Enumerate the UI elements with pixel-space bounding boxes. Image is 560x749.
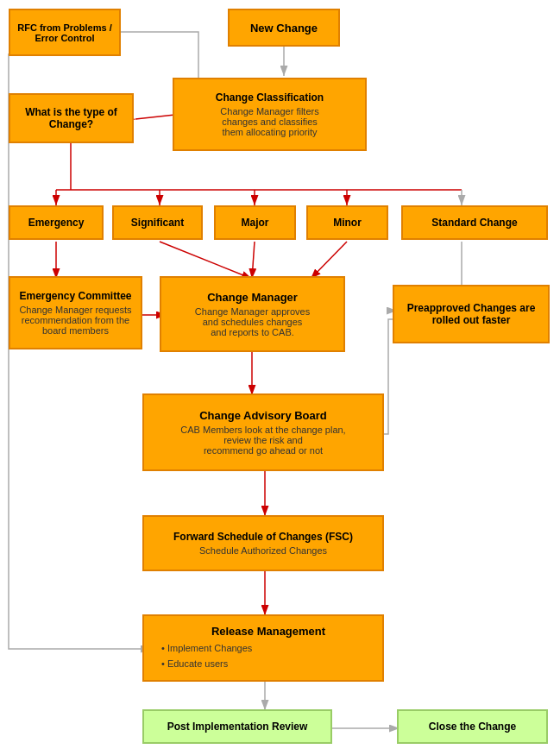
fsc-box: Forward Schedule of Changes (FSC) Schedu…	[142, 515, 384, 571]
what-type-box: What is the type of Change?	[9, 93, 134, 143]
change-classification-title: Change Classification	[216, 91, 324, 104]
rfc-title: RFC from Problems / Error Control	[17, 22, 111, 43]
preapproved-title: Preapproved Changes are rolled out faste…	[407, 302, 536, 326]
change-manager-sub: Change Manager approves and schedules ch…	[195, 306, 310, 337]
svg-line-15	[252, 242, 255, 279]
release-mgmt-box: Release Management • Implement Changes •…	[142, 614, 384, 682]
fsc-title: Forward Schedule of Changes (FSC)	[173, 531, 353, 543]
cab-title: Change Advisory Board	[199, 409, 327, 422]
close-change-title: Close the Change	[429, 721, 516, 733]
standard-change-title: Standard Change	[431, 217, 517, 229]
emergency-committee-box: Emergency Committee Change Manager reque…	[9, 276, 142, 349]
change-manager-title: Change Manager	[207, 291, 298, 304]
change-classification-sub: Change Manager filters changes and class…	[220, 106, 318, 137]
major-box: Major	[214, 205, 296, 240]
svg-line-14	[160, 242, 252, 279]
preapproved-box: Preapproved Changes are rolled out faste…	[393, 285, 550, 343]
major-title: Major	[241, 217, 268, 229]
change-classification-box: Change Classification Change Manager fil…	[173, 78, 367, 151]
fsc-sub: Schedule Authorized Changes	[199, 545, 327, 556]
svg-line-16	[311, 242, 347, 279]
what-type-title: What is the type of Change?	[25, 106, 117, 130]
new-change-box: New Change	[228, 9, 340, 47]
change-manager-box: Change Manager Change Manager approves a…	[160, 276, 345, 352]
rfc-box: RFC from Problems / Error Control	[9, 9, 121, 56]
cab-sub: CAB Members look at the change plan, rev…	[180, 425, 345, 456]
significant-box: Significant	[112, 205, 203, 240]
minor-title: Minor	[333, 217, 362, 229]
emergency-title: Emergency	[28, 217, 85, 229]
emergency-box: Emergency	[9, 205, 104, 240]
release-mgmt-title: Release Management	[161, 625, 375, 638]
minor-box: Minor	[306, 205, 388, 240]
close-change-box: Close the Change	[397, 709, 548, 744]
emergency-committee-sub: Change Manager requests recommendation f…	[19, 305, 131, 336]
post-impl-box: Post Implementation Review	[142, 709, 332, 744]
diagram: RFC from Problems / Error Control New Ch…	[0, 0, 560, 749]
emergency-committee-title: Emergency Committee	[19, 290, 131, 302]
release-mgmt-sub: • Implement Changes • Educate users	[161, 641, 252, 671]
post-impl-title: Post Implementation Review	[167, 721, 308, 733]
cab-box: Change Advisory Board CAB Members look a…	[142, 393, 384, 471]
new-change-title: New Change	[250, 22, 318, 35]
standard-change-box: Standard Change	[401, 205, 548, 240]
significant-title: Significant	[131, 217, 184, 229]
